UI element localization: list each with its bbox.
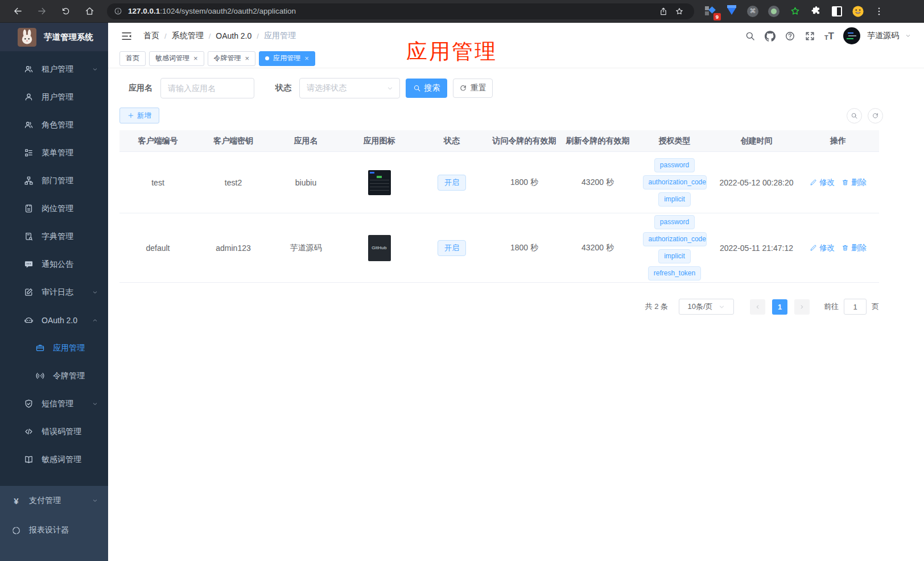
grant-type-tag: authorization_code bbox=[643, 232, 707, 246]
sidebar-item-dept-mgmt[interactable]: 部门管理 bbox=[0, 167, 108, 195]
breadcrumb-item-oauth[interactable]: OAuth 2.0 bbox=[216, 31, 251, 40]
breadcrumb-separator: / bbox=[257, 32, 259, 40]
reset-button[interactable]: 重置 bbox=[453, 79, 493, 98]
add-button[interactable]: 新增 bbox=[119, 108, 159, 123]
search-button[interactable]: 搜索 bbox=[406, 79, 447, 98]
browser-profile-avatar[interactable] bbox=[852, 5, 864, 18]
fullscreen-icon[interactable] bbox=[805, 31, 815, 42]
cell-app-name: 芋道源码 bbox=[270, 213, 341, 282]
column-header: 授权类型 bbox=[633, 130, 716, 151]
org-chart-icon bbox=[24, 176, 34, 185]
current-page-button[interactable]: 1 bbox=[772, 299, 787, 315]
browser-back-button[interactable] bbox=[9, 3, 26, 20]
sidebar-item-label: 菜单管理 bbox=[42, 148, 73, 158]
sidebar-collapse-icon[interactable] bbox=[121, 30, 133, 42]
font-size-icon[interactable]: TT bbox=[824, 31, 834, 41]
sidebar-item-pay-mgmt[interactable]: ¥支付管理 bbox=[0, 486, 108, 515]
topbar-actions: TT 芋道源码 bbox=[745, 27, 911, 44]
sidebar-item-role-mgmt[interactable]: 角色管理 bbox=[0, 111, 108, 139]
filter-form: 应用名 状态 请选择状态 搜索 重置 bbox=[119, 78, 883, 98]
briefcase-icon bbox=[35, 343, 45, 353]
prev-page-button[interactable] bbox=[750, 299, 765, 315]
extension-record-icon[interactable] bbox=[768, 5, 780, 18]
sidebar-item-audit-log[interactable]: 审计日志 bbox=[0, 278, 108, 306]
extension-gem-icon[interactable] bbox=[725, 5, 738, 18]
github-icon[interactable] bbox=[765, 31, 776, 42]
browser-reload-button[interactable] bbox=[57, 3, 74, 20]
sidebar: 芋道管理系统 租户管理 用户管理 角色管理 菜单管理 部门管理 岗位管理 字典管… bbox=[0, 23, 108, 561]
sidebar-item-token-mgmt[interactable]: 令牌管理 bbox=[0, 362, 108, 390]
site-info-icon[interactable] bbox=[114, 7, 122, 15]
delete-link[interactable]: 删除 bbox=[842, 243, 867, 253]
page-size-value: 10条/页 bbox=[687, 302, 712, 312]
breadcrumb-separator: / bbox=[164, 32, 167, 40]
extension-star-icon[interactable] bbox=[789, 5, 801, 18]
extension-command-icon[interactable]: ⌘ bbox=[746, 5, 759, 18]
close-icon[interactable]: × bbox=[193, 55, 198, 62]
badge-icon bbox=[24, 204, 34, 213]
sidebar-item-dict-mgmt[interactable]: 字典管理 bbox=[0, 222, 108, 250]
pencil-icon bbox=[810, 179, 817, 186]
sidebar-item-post-mgmt[interactable]: 岗位管理 bbox=[0, 195, 108, 222]
sidebar-item-oauth2[interactable]: OAuth 2.0 bbox=[0, 306, 108, 334]
sidebar-item-user-mgmt[interactable]: 用户管理 bbox=[0, 83, 108, 111]
reset-button-label: 重置 bbox=[471, 83, 486, 93]
page-size-select[interactable]: 10条/页 bbox=[679, 299, 734, 315]
sidebar-item-tenant-mgmt[interactable]: 租户管理 bbox=[0, 55, 108, 83]
app-name-input[interactable] bbox=[160, 78, 254, 98]
topbar: 首页 / 系统管理 / OAuth 2.0 / 应用管理 TT 芋道源码 bbox=[108, 23, 924, 49]
sidebar-item-label: 部门管理 bbox=[42, 176, 73, 186]
close-icon[interactable]: × bbox=[304, 55, 309, 62]
app-logo-row[interactable]: 芋道管理系统 bbox=[0, 23, 108, 51]
tab-sensitive-words[interactable]: 敏感词管理× bbox=[149, 51, 204, 66]
search-icon[interactable] bbox=[745, 31, 756, 42]
share-icon[interactable] bbox=[655, 3, 671, 19]
delete-link[interactable]: 删除 bbox=[842, 178, 867, 188]
cell-operations: 修改 删除 bbox=[797, 213, 879, 282]
goto-page-input[interactable] bbox=[844, 299, 867, 315]
user-avatar[interactable] bbox=[843, 27, 860, 44]
url-host: 127.0.0.1 bbox=[128, 7, 160, 15]
sidebar-item-menu-mgmt[interactable]: 菜单管理 bbox=[0, 139, 108, 167]
extensions-puzzle-icon[interactable] bbox=[810, 5, 822, 18]
sidebar-item-sensitive-words[interactable]: 敏感词管理 bbox=[0, 446, 108, 473]
browser-forward-button[interactable] bbox=[33, 3, 50, 20]
cell-operations: 修改 删除 bbox=[797, 152, 879, 213]
extension-grid-icon[interactable]: 9 bbox=[704, 5, 717, 18]
sidebar-toggle-icon[interactable] bbox=[831, 5, 843, 18]
ring-chart-icon bbox=[11, 526, 21, 535]
address-bar[interactable]: 127.0.0.1:1024/system/oauth2/oauth2/appl… bbox=[107, 3, 694, 19]
sidebar-item-report-designer[interactable]: 报表设计器 bbox=[0, 515, 108, 545]
next-page-button[interactable] bbox=[794, 299, 810, 315]
toggle-search-button[interactable] bbox=[847, 108, 862, 123]
status-badge: 开启 bbox=[438, 240, 466, 256]
tab-app-mgmt[interactable]: 应用管理× bbox=[259, 51, 315, 66]
edit-link[interactable]: 修改 bbox=[810, 243, 835, 253]
breadcrumb-separator: / bbox=[209, 32, 211, 40]
status-select[interactable]: 请选择状态 bbox=[299, 78, 400, 98]
sidebar-item-label: OAuth 2.0 bbox=[42, 316, 77, 325]
signal-icon bbox=[35, 371, 45, 381]
help-icon[interactable] bbox=[785, 31, 795, 42]
tab-token-mgmt[interactable]: 令牌管理× bbox=[208, 51, 256, 66]
extensions-row: 9 ⌘ bbox=[704, 5, 885, 18]
bookmark-star-icon[interactable] bbox=[671, 3, 687, 19]
sidebar-item-sms-mgmt[interactable]: 短信管理 bbox=[0, 390, 108, 418]
username[interactable]: 芋道源码 bbox=[867, 31, 899, 41]
sidebar-item-app-mgmt[interactable]: 应用管理 bbox=[0, 334, 108, 362]
refresh-table-button[interactable] bbox=[868, 108, 883, 123]
browser-home-button[interactable] bbox=[81, 3, 98, 20]
sidebar-item-notice[interactable]: 通知公告 bbox=[0, 250, 108, 278]
extension-badge: 9 bbox=[713, 13, 721, 20]
breadcrumb-item-system[interactable]: 系统管理 bbox=[172, 31, 204, 41]
tab-home[interactable]: 首页 bbox=[119, 51, 146, 66]
breadcrumb-item-home[interactable]: 首页 bbox=[143, 31, 159, 41]
chevron-down-icon[interactable] bbox=[905, 32, 911, 39]
edit-link[interactable]: 修改 bbox=[810, 178, 835, 188]
browser-menu-icon[interactable] bbox=[873, 5, 885, 18]
cell-secret: test2 bbox=[196, 152, 270, 213]
sidebar-item-label: 应用管理 bbox=[53, 343, 85, 353]
close-icon[interactable]: × bbox=[245, 55, 250, 62]
grant-type-tag: password bbox=[654, 215, 695, 229]
sidebar-item-errcode-mgmt[interactable]: 错误码管理 bbox=[0, 418, 108, 446]
